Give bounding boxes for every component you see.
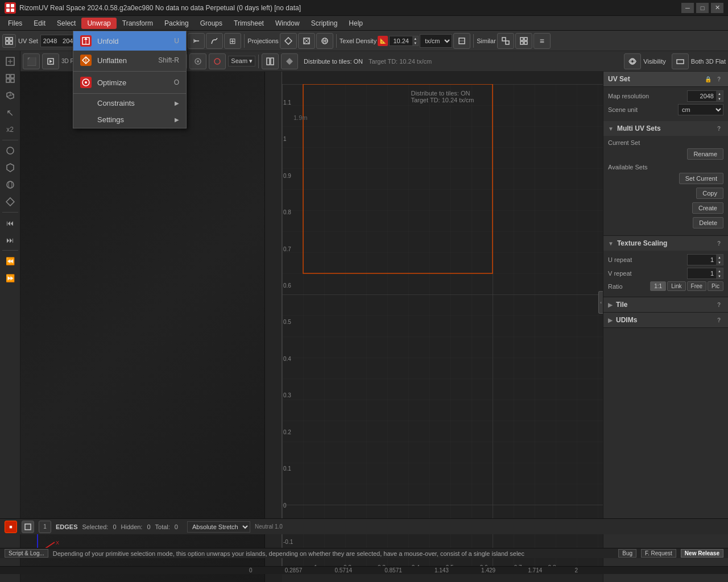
menu-edit[interactable]: Edit (28, 18, 51, 29)
uv-viewport[interactable]: 1.9m Distribute to tiles: ON Target TD: … (265, 72, 603, 582)
proj-btn3[interactable] (316, 33, 333, 49)
help-multi-uv[interactable]: ? (714, 124, 723, 133)
close-button[interactable]: ✕ (711, 3, 723, 13)
left-icon-x2[interactable]: x2 (2, 122, 18, 138)
new-release-btn[interactable]: New Release (681, 549, 723, 558)
td-value-input[interactable]: ▲ ▼ (389, 36, 419, 46)
v-repeat-input[interactable] (688, 269, 716, 278)
u-repeat-up[interactable]: ▲ (716, 255, 723, 260)
u-repeat-input[interactable] (688, 255, 716, 264)
tile-header[interactable]: ▶ Tile ? (603, 297, 728, 312)
left-icon-sphere[interactable] (2, 177, 18, 193)
multi-uv-sets-header[interactable]: ▼ Multi UV Sets ? (603, 121, 728, 136)
menu-packing[interactable]: Packing (159, 18, 195, 29)
left-icon-skip-fwd[interactable]: ⏭ (2, 232, 18, 248)
left-icon-select[interactable] (2, 53, 18, 69)
maximize-button[interactable]: □ (696, 3, 709, 13)
constraints-menu-item[interactable]: Constraints ▶ (73, 95, 186, 111)
vis-btn2[interactable] (281, 53, 298, 69)
script-log-btn[interactable]: Script & Log... (5, 549, 48, 558)
tool6[interactable] (206, 33, 223, 49)
similar-btn2[interactable] (515, 33, 532, 49)
v-repeat-up[interactable]: ▲ (716, 268, 723, 273)
3d-flat-btn[interactable] (672, 53, 689, 69)
u-repeat-down[interactable]: ▼ (716, 260, 723, 265)
optimize-menu-item[interactable]: Optimize O (73, 73, 186, 92)
uv-btn4[interactable] (209, 53, 226, 69)
td-apply[interactable] (453, 33, 470, 49)
delete-btn[interactable]: Delete (693, 217, 723, 228)
help-tile[interactable]: ? (714, 300, 723, 309)
scene-unit-select[interactable]: cm m mm (678, 104, 723, 115)
menu-window[interactable]: Window (270, 18, 305, 29)
v-repeat-down[interactable]: ▼ (716, 273, 723, 278)
similar-btn3[interactable]: ≡ (533, 33, 551, 49)
td-icon[interactable]: 📐 (378, 36, 388, 46)
edge-stop-btn[interactable]: ■ (5, 521, 17, 533)
settings-menu-item[interactable]: Settings ▶ (73, 111, 186, 128)
td-up[interactable]: ▲ (412, 36, 418, 41)
left-icon-arrow[interactable]: ↖ (2, 105, 18, 120)
ratio-link[interactable]: Link (667, 281, 685, 291)
tool5[interactable] (188, 33, 205, 49)
set-current-btn[interactable]: Set Current (679, 173, 723, 184)
vis-icon[interactable] (624, 53, 641, 69)
panel-map-res-down[interactable]: ▼ (716, 96, 723, 101)
similar-btn1[interactable] (497, 33, 514, 49)
uv-btn3[interactable] (189, 53, 206, 69)
map-res-spinbox[interactable]: ▲ ▼ (687, 90, 723, 102)
udims-header[interactable]: ▶ UDIMs ? (603, 313, 728, 327)
lock-icon[interactable]: 🔒 (704, 75, 712, 83)
uv-set-icon[interactable] (2, 34, 16, 48)
menu-help[interactable]: Help (343, 18, 369, 29)
bug-btn[interactable]: Bug (618, 549, 636, 558)
ratio-pic[interactable]: Pic (708, 281, 723, 291)
3d-btn2[interactable] (42, 53, 59, 69)
menu-select[interactable]: Select (51, 18, 81, 29)
menu-transform[interactable]: Transform (117, 18, 159, 29)
left-icon-hex[interactable] (2, 160, 18, 176)
rename-btn[interactable]: Rename (687, 148, 723, 160)
td-unit-select[interactable]: tx/cm tx/m (420, 34, 452, 48)
ratio-1-1[interactable]: 1:1 (650, 281, 666, 291)
menu-files[interactable]: Files (2, 18, 28, 29)
td-down[interactable]: ▼ (412, 41, 418, 45)
seam-dropdown[interactable]: Seam ▾ (228, 56, 255, 66)
menu-unwrap[interactable]: Unwrap (81, 18, 116, 29)
left-icon-circle[interactable] (2, 143, 18, 159)
tool7[interactable]: ⊞ (224, 33, 241, 49)
uv-canvas[interactable]: 1.9m Distribute to tiles: ON Target TD: … (282, 84, 603, 572)
proj-btn2[interactable] (298, 33, 315, 49)
help-btn-uvset[interactable]: ? (714, 74, 723, 84)
proj-btn1[interactable] (280, 33, 297, 49)
left-icon-skip-back[interactable]: ⏮ (2, 215, 18, 231)
unflatten-menu-item[interactable]: Unflatten Shift-R (73, 51, 186, 70)
uv-set-section-header[interactable]: UV Set 🔒 ? (603, 72, 728, 87)
help-texture-scaling[interactable]: ? (714, 239, 723, 248)
feature-request-btn[interactable]: F. Request (641, 549, 676, 558)
left-icon-cube[interactable] (2, 88, 18, 103)
panel-map-res-up[interactable]: ▲ (716, 91, 723, 96)
3d-btn1[interactable]: ⬛ (23, 53, 40, 69)
texture-scaling-header[interactable]: ▼ Texture Scaling ? (603, 236, 728, 251)
minimize-button[interactable]: ─ (681, 3, 694, 13)
left-icon-next[interactable]: ⏩ (2, 270, 18, 286)
unfold-menu-item[interactable]: Unfold U (73, 31, 186, 51)
left-icon-prev[interactable]: ⏪ (2, 253, 18, 269)
panel-map-res-input[interactable] (688, 92, 716, 101)
left-icon-grid[interactable] (2, 70, 18, 86)
menu-scripting[interactable]: Scripting (305, 18, 344, 29)
menu-trimsheet[interactable]: Trimsheet (228, 18, 270, 29)
td-input[interactable] (390, 36, 412, 45)
help-udims[interactable]: ? (714, 315, 723, 325)
v-repeat-spinbox[interactable]: ▲ ▼ (687, 268, 723, 279)
vis-btn1[interactable] (262, 53, 279, 69)
copy-btn[interactable]: Copy (696, 188, 723, 199)
left-icon-diamond[interactable] (2, 194, 18, 210)
menu-groups[interactable]: Groups (195, 18, 228, 29)
ratio-free[interactable]: Free (687, 281, 707, 291)
create-btn[interactable]: Create (692, 202, 723, 214)
stretch-mode-select[interactable]: Absolute Stretch Relative Stretch (187, 521, 250, 533)
edge-icon1[interactable] (22, 521, 34, 533)
u-repeat-spinbox[interactable]: ▲ ▼ (687, 254, 723, 265)
